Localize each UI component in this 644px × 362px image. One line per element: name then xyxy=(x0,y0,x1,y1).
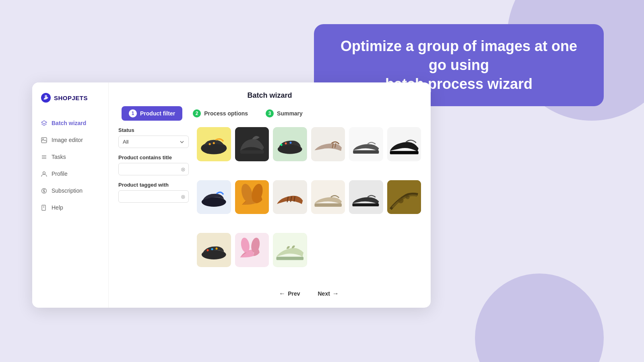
svg-rect-17 xyxy=(240,150,264,153)
svg-point-48 xyxy=(207,249,209,251)
sidebar-label-subscription: Subscription xyxy=(52,187,83,194)
svg-point-14 xyxy=(209,143,211,145)
tag-filter-input[interactable] xyxy=(118,190,189,203)
title-filter-input[interactable] xyxy=(118,163,189,175)
svg-rect-29 xyxy=(390,151,418,154)
book-icon xyxy=(40,204,47,211)
sidebar-label-batch: Batch wizard xyxy=(52,120,86,126)
tab-summary[interactable]: 3 Summary xyxy=(258,106,310,121)
prev-label: Prev xyxy=(288,290,300,297)
tab3-badge: 3 xyxy=(266,109,274,117)
main-content: Batch wizard 1 Product filter 2 Process … xyxy=(109,82,431,308)
tag-filter-label: Product tagged with xyxy=(118,182,189,188)
wizard-body: Status All Active Draft Archived Product… xyxy=(109,121,431,308)
list-item[interactable] xyxy=(349,127,383,161)
layers-icon xyxy=(40,119,47,127)
list-item[interactable] xyxy=(197,127,231,161)
products-area: ← Prev Next → xyxy=(197,127,421,301)
logo: SHOPJETS xyxy=(32,92,108,115)
sidebar-item-help[interactable]: Help xyxy=(32,199,108,216)
sidebar-item-subscription[interactable]: Subscription xyxy=(32,182,108,199)
svg-rect-55 xyxy=(276,257,303,260)
next-button[interactable]: Next → xyxy=(314,288,343,300)
sidebar: SHOPJETS Batch wizard Image editor xyxy=(32,82,109,308)
status-filter-group: Status All Active Draft Archived xyxy=(118,127,189,148)
sidebar-item-image-editor[interactable]: Image editor xyxy=(32,132,108,148)
svg-point-50 xyxy=(215,248,217,250)
prev-arrow-icon: ← xyxy=(279,290,285,297)
title-filter-group: Product contains title ⊗ xyxy=(118,154,189,175)
list-item[interactable] xyxy=(311,180,345,214)
tag-clear-icon[interactable]: ⊗ xyxy=(181,193,186,200)
sidebar-label-tasks: Tasks xyxy=(52,154,66,160)
list-item[interactable] xyxy=(197,233,231,267)
logo-icon xyxy=(40,92,52,103)
title-filter-label: Product contains title xyxy=(118,154,189,160)
next-label: Next xyxy=(318,290,330,297)
filter-panel: Status All Active Draft Archived Product… xyxy=(118,127,189,301)
sidebar-item-tasks[interactable]: Tasks xyxy=(32,148,108,165)
svg-rect-41 xyxy=(349,180,383,214)
tag-filter-wrap: ⊗ xyxy=(118,190,189,203)
list-item[interactable] xyxy=(197,180,231,214)
list-item[interactable] xyxy=(349,180,383,214)
page-title: Batch wizard xyxy=(109,82,431,100)
title-filter-wrap: ⊗ xyxy=(118,163,189,175)
svg-rect-42 xyxy=(352,203,379,206)
title-clear-icon[interactable]: ⊗ xyxy=(181,166,186,173)
svg-point-20 xyxy=(281,144,283,146)
user-icon xyxy=(40,170,47,177)
svg-point-45 xyxy=(405,195,409,199)
sidebar-label-profile: Profile xyxy=(52,171,68,177)
tab-product-filter[interactable]: 1 Product filter xyxy=(122,106,182,121)
list-item[interactable] xyxy=(273,233,307,267)
tab1-label: Product filter xyxy=(140,110,175,117)
prev-button[interactable]: ← Prev xyxy=(275,288,304,300)
list-item[interactable] xyxy=(235,180,269,214)
svg-rect-39 xyxy=(311,180,345,214)
list-item[interactable] xyxy=(273,180,307,214)
status-select[interactable]: All Active Draft Archived xyxy=(118,136,189,148)
list-item[interactable] xyxy=(387,127,421,161)
dollar-icon xyxy=(40,187,47,194)
pagination: ← Prev Next → xyxy=(197,282,421,301)
svg-point-22 xyxy=(289,142,291,144)
sidebar-label-help: Help xyxy=(52,204,63,211)
sidebar-item-batch-wizard[interactable]: Batch wizard xyxy=(32,115,108,132)
list-item[interactable] xyxy=(311,127,345,161)
list-item[interactable] xyxy=(387,180,421,214)
status-label: Status xyxy=(118,127,189,133)
app-window: SHOPJETS Batch wizard Image editor xyxy=(32,82,431,308)
bg-circle-bottom xyxy=(475,274,604,362)
svg-rect-40 xyxy=(314,203,342,206)
list-item[interactable] xyxy=(273,127,307,161)
tab3-label: Summary xyxy=(277,110,303,117)
logo-text: SHOPJETS xyxy=(54,95,88,101)
svg-point-7 xyxy=(43,172,45,174)
sidebar-label-image: Image editor xyxy=(52,137,83,143)
svg-point-49 xyxy=(211,248,213,250)
tab2-label: Process options xyxy=(204,110,248,117)
svg-rect-26 xyxy=(349,127,383,161)
list-item[interactable] xyxy=(235,127,269,161)
products-grid xyxy=(197,127,421,282)
svg-point-44 xyxy=(398,198,404,204)
svg-point-15 xyxy=(213,142,215,144)
tag-filter-group: Product tagged with ⊗ xyxy=(118,182,189,203)
tab-process-options[interactable]: 2 Process options xyxy=(186,106,255,121)
list-item[interactable] xyxy=(235,233,269,267)
svg-point-1 xyxy=(45,95,47,97)
list-icon xyxy=(40,153,47,160)
svg-point-21 xyxy=(285,142,287,144)
next-arrow-icon: → xyxy=(332,290,339,297)
tab1-badge: 1 xyxy=(129,109,137,117)
tab2-badge: 2 xyxy=(193,109,201,117)
image-icon xyxy=(40,136,47,144)
sidebar-item-profile[interactable]: Profile xyxy=(32,165,108,182)
wizard-tabs: 1 Product filter 2 Process options 3 Sum… xyxy=(109,100,431,121)
svg-rect-27 xyxy=(353,150,379,153)
